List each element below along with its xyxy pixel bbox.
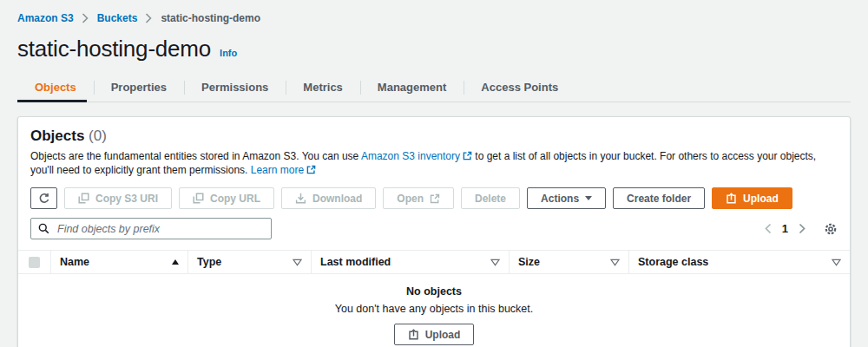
page-title: static-hosting-demo	[17, 36, 211, 62]
filter-icon[interactable]	[293, 259, 302, 266]
breadcrumb-current-bucket: static-hosting-demo	[161, 12, 260, 24]
filter-icon[interactable]	[832, 259, 841, 266]
empty-state-upload-button[interactable]: Upload	[394, 324, 475, 345]
caret-down-icon	[585, 196, 592, 200]
s3-bucket-page: Amazon S3 Buckets static-hosting-demo st…	[0, 0, 868, 347]
refresh-button[interactable]	[30, 187, 57, 209]
column-header-type[interactable]: Type	[187, 251, 311, 273]
amazon-s3-inventory-link[interactable]: Amazon S3 inventory	[361, 150, 472, 162]
filter-row: 1	[30, 218, 838, 239]
pagination: 1	[764, 222, 838, 236]
actions-dropdown-button[interactable]: Actions	[527, 187, 606, 209]
breadcrumb-amazon-s3[interactable]: Amazon S3	[17, 12, 74, 24]
search-box[interactable]	[30, 218, 272, 239]
chevron-right-icon	[82, 13, 89, 23]
title-row: static-hosting-demo Info	[17, 36, 851, 62]
select-all-checkbox[interactable]	[18, 251, 50, 273]
external-link-icon	[430, 193, 440, 204]
objects-count: (0)	[89, 128, 107, 144]
breadcrumb-buckets[interactable]: Buckets	[97, 12, 138, 24]
next-page-icon[interactable]	[799, 223, 806, 234]
tab-access-points[interactable]: Access Points	[464, 76, 575, 101]
upload-button[interactable]: Upload	[712, 187, 792, 209]
gear-icon[interactable]	[824, 222, 838, 236]
objects-toolbar: Copy S3 URI Copy URL Download Open Delet…	[30, 187, 838, 209]
tab-properties[interactable]: Properties	[94, 76, 184, 101]
copy-s3-uri-button[interactable]: Copy S3 URI	[64, 187, 172, 209]
create-folder-button[interactable]: Create folder	[613, 187, 705, 209]
current-page[interactable]: 1	[782, 222, 788, 235]
breadcrumb: Amazon S3 Buckets static-hosting-demo	[17, 12, 851, 24]
filter-icon[interactable]	[610, 259, 620, 266]
tab-permissions[interactable]: Permissions	[184, 76, 286, 101]
objects-heading: Objects (0)	[30, 128, 838, 145]
copy-url-button[interactable]: Copy URL	[179, 187, 274, 209]
upload-icon	[726, 193, 737, 204]
column-header-name[interactable]: Name	[50, 251, 187, 273]
column-header-storage-class[interactable]: Storage class	[628, 251, 850, 273]
previous-page-icon[interactable]	[764, 223, 772, 234]
copy-icon	[193, 193, 204, 204]
download-button[interactable]: Download	[281, 187, 376, 209]
tab-bar: Objects Properties Permissions Metrics M…	[17, 76, 851, 102]
tab-management[interactable]: Management	[360, 76, 464, 101]
search-icon	[38, 223, 49, 234]
external-link-icon	[306, 165, 316, 174]
objects-description: Objects are the fundamental entities sto…	[30, 149, 838, 177]
empty-state-title: No objects	[30, 285, 838, 298]
objects-table-header: Name Type Last modified Size Storage cla…	[18, 250, 850, 274]
chevron-right-icon	[145, 13, 153, 23]
objects-panel-header: Objects (0) Objects are the fundamental …	[18, 117, 850, 250]
column-header-size[interactable]: Size	[509, 251, 628, 273]
tab-metrics[interactable]: Metrics	[286, 76, 360, 101]
delete-button[interactable]: Delete	[461, 187, 520, 209]
objects-heading-title: Objects	[30, 128, 84, 144]
empty-state-message: You don't have any objects in this bucke…	[30, 303, 838, 315]
learn-more-link[interactable]: Learn more	[251, 164, 316, 176]
search-input[interactable]	[56, 222, 264, 236]
upload-icon	[408, 329, 419, 340]
sort-ascending-icon[interactable]	[172, 259, 179, 265]
checkbox-icon	[29, 257, 40, 268]
empty-state: No objects You don't have any objects in…	[18, 274, 850, 347]
open-button[interactable]: Open	[383, 187, 454, 209]
refresh-icon	[38, 193, 50, 205]
copy-icon	[78, 193, 89, 204]
download-icon	[295, 193, 306, 204]
filter-icon[interactable]	[490, 259, 500, 266]
tab-objects[interactable]: Objects	[17, 76, 94, 101]
description-text: Objects are the fundamental entities sto…	[30, 150, 358, 162]
column-header-last-modified[interactable]: Last modified	[311, 251, 509, 273]
info-link[interactable]: Info	[220, 48, 237, 58]
external-link-icon	[463, 151, 472, 160]
objects-panel: Objects (0) Objects are the fundamental …	[17, 116, 851, 347]
